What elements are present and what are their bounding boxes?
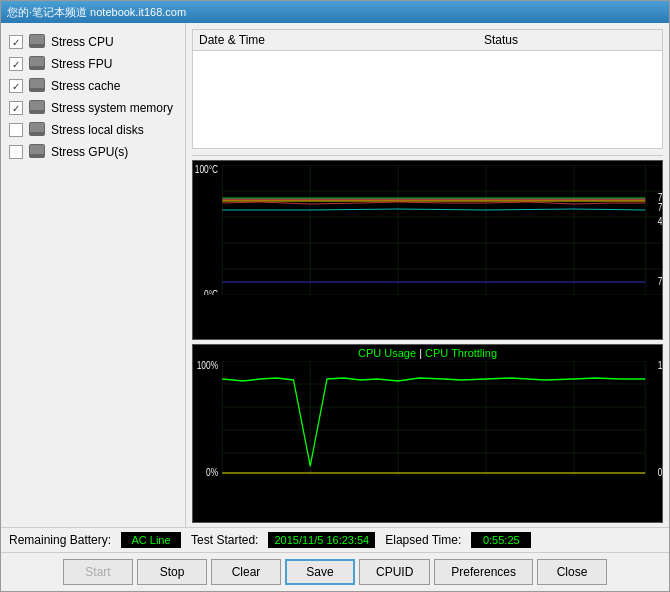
checkbox-stress-gpus[interactable] [9,145,23,159]
log-table-header: Date & Time Status [193,30,662,51]
sidebar-item-stress-cache: Stress cache [5,75,181,97]
sidebar-item-stress-fpu: Stress FPU [5,53,181,75]
icon-stress-cache [29,78,45,94]
remaining-battery-label: Remaining Battery: [9,533,111,547]
remaining-battery-value: AC Line [121,532,181,548]
sidebar-item-stress-cpu: Stress CPU [5,31,181,53]
checkbox-stress-cpu[interactable] [9,35,23,49]
svg-text:100%: 100% [658,361,662,371]
log-table-container: Date & Time Status [192,29,663,149]
label-stress-cache: Stress cache [51,79,120,93]
temp-chart: 100°C 0°C [192,160,663,340]
label-stress-fpu: Stress FPU [51,57,112,71]
svg-text:100%: 100% [197,361,218,371]
svg-rect-11 [30,145,44,154]
svg-rect-7 [30,101,44,110]
icon-stress-system-memory [29,100,45,116]
cpu-chart: CPU Usage | CPU Throttling [192,344,663,524]
sidebar-item-stress-system-memory: Stress system memory [5,97,181,119]
title-text: 您的·笔记本频道 notebook.it168.com [7,5,186,20]
svg-text:0°C: 0°C [204,289,218,295]
col-scroll-spacer [646,30,662,51]
preferences-button[interactable]: Preferences [434,559,533,585]
start-button[interactable]: Start [63,559,133,585]
checkbox-stress-cache[interactable] [9,79,23,93]
main-content: Stress CPUStress FPUStress cacheStress s… [1,23,669,527]
save-button[interactable]: Save [285,559,355,585]
cpuid-button[interactable]: CPUID [359,559,430,585]
button-bar: Start Stop Clear Save CPUID Preferences … [1,552,669,591]
tabs-container [186,155,669,156]
tabs [192,155,663,156]
sidebar-item-stress-gpus: Stress GPU(s) [5,141,181,163]
stop-button[interactable]: Stop [137,559,207,585]
cpu-usage-label: CPU Usage [358,347,416,359]
svg-text:7: 7 [658,276,662,287]
test-started-value: 2015/11/5 16:23:54 [268,532,375,548]
clear-button[interactable]: Clear [211,559,281,585]
svg-rect-9 [30,123,44,132]
charts-area: 100°C 0°C [192,160,663,523]
checkbox-stress-local-disks[interactable] [9,123,23,137]
close-button[interactable]: Close [537,559,607,585]
sidebar-item-stress-local-disks: Stress local disks [5,119,181,141]
sidebar: Stress CPUStress FPUStress cacheStress s… [1,23,186,527]
icon-stress-local-disks [29,122,45,138]
checkbox-stress-system-memory[interactable] [9,101,23,115]
svg-rect-5 [30,79,44,88]
svg-rect-1 [30,35,44,44]
cpu-throttling-label: CPU Throttling [425,347,497,359]
cpu-chart-svg: 100% 0% 100% 0% [193,361,662,476]
svg-text:76: 76 [658,202,662,213]
svg-text:45: 45 [658,216,662,227]
status-bar: Remaining Battery: AC Line Test Started:… [1,527,669,552]
log-table: Date & Time Status [193,30,662,51]
svg-text:0%: 0% [206,467,218,476]
svg-rect-3 [30,57,44,66]
elapsed-time-label: Elapsed Time: [385,533,461,547]
test-started-label: Test Started: [191,533,258,547]
cpu-chart-title: CPU Usage | CPU Throttling [193,345,662,361]
svg-text:100°C: 100°C [195,165,219,175]
elapsed-time-value: 0:55:25 [471,532,531,548]
right-panel: Date & Time Status [186,23,669,527]
title-bar: 您的·笔记本频道 notebook.it168.com [1,1,669,23]
icon-stress-fpu [29,56,45,72]
col-datetime: Date & Time [193,30,478,51]
label-stress-gpus: Stress GPU(s) [51,145,128,159]
checkbox-stress-fpu[interactable] [9,57,23,71]
svg-text:0%: 0% [658,467,662,476]
temp-chart-svg: 100°C 0°C [193,165,662,295]
label-stress-cpu: Stress CPU [51,35,114,49]
icon-stress-gpus [29,144,45,160]
label-stress-local-disks: Stress local disks [51,123,144,137]
icon-stress-cpu [29,34,45,50]
col-status: Status [478,30,646,51]
main-window: 您的·笔记本频道 notebook.it168.com Stress CPUSt… [0,0,670,592]
label-stress-system-memory: Stress system memory [51,101,173,115]
